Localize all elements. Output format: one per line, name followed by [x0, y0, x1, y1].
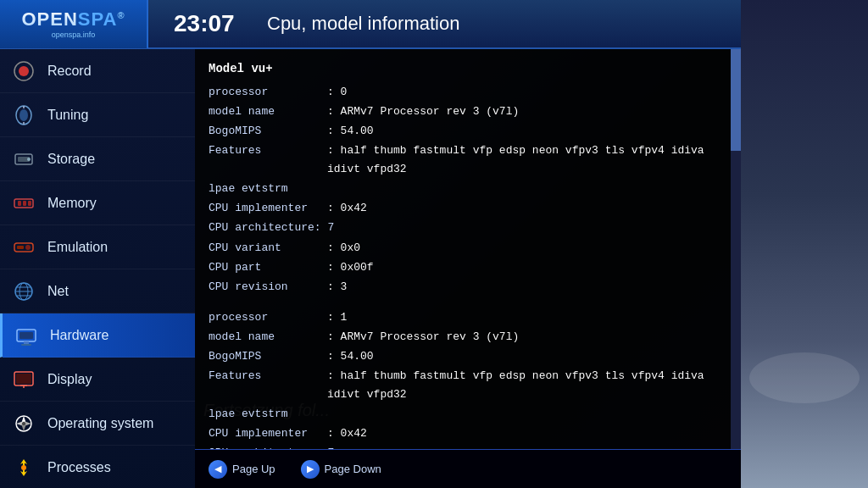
svg-rect-12 — [28, 201, 31, 206]
cpu-row-arch1: CPU architecture: 7 — [209, 444, 727, 449]
page-down-icon: ▶ — [301, 460, 320, 479]
sidebar-label-os: Operating system — [47, 416, 153, 431]
sidebar-item-tuning[interactable]: Tuning — [0, 93, 195, 137]
svg-point-34 — [21, 465, 26, 470]
hardware-icon — [13, 322, 40, 349]
svg-point-1 — [19, 66, 29, 76]
header-time: 23:07 — [174, 10, 242, 37]
net-icon — [10, 278, 37, 305]
svg-rect-22 — [19, 332, 33, 339]
scrollbar-thumb[interactable] — [731, 49, 741, 151]
page-up-icon: ◀ — [209, 460, 227, 479]
footer-nav: ◀ Page Up ▶ Page Down — [195, 449, 741, 488]
svg-rect-14 — [17, 246, 24, 249]
memory-icon — [10, 190, 37, 217]
tuning-icon — [10, 102, 37, 129]
sidebar-item-memory[interactable]: Memory — [0, 181, 195, 225]
page-up-label: Page Up — [232, 463, 275, 475]
sidebar-item-operating-system[interactable]: Operating system — [0, 402, 195, 446]
sidebar-label-emulation: Emulation — [47, 240, 108, 255]
svg-rect-26 — [16, 374, 31, 384]
content-scroll: Model vu+ processor : 0 model name : ARM… — [195, 49, 741, 449]
storage-icon — [10, 146, 37, 173]
svg-point-15 — [25, 245, 31, 250]
cpu-info: Model vu+ processor : 0 model name : ARM… — [209, 59, 727, 449]
svg-rect-11 — [23, 201, 26, 206]
record-icon — [10, 58, 37, 85]
page-down-button[interactable]: ▶ Page Down — [301, 460, 381, 479]
cpu-row-lpae1: lpae evtstrm — [209, 405, 727, 424]
svg-rect-10 — [18, 201, 21, 206]
svg-point-3 — [19, 109, 28, 121]
logo-text: OPENSPA® — [21, 8, 125, 30]
cpu-row-bogomips1: BogoMIPS : 54.00 — [209, 347, 727, 366]
sidebar-label-memory: Memory — [47, 196, 97, 211]
cpu-row-modelname1: model name : ARMv7 Processor rev 3 (v7l) — [209, 328, 727, 347]
logo: OPENSPA® openspa.info — [0, 0, 148, 48]
sidebar-label-storage: Storage — [47, 152, 95, 167]
header: OPENSPA® openspa.info 23:07 Cpu, model i… — [0, 0, 741, 49]
sidebar-item-emulation[interactable]: Emulation — [0, 225, 195, 269]
sidebar: Record Tuning Storage Memory Emulation N… — [0, 49, 195, 488]
cpu-row-variant0: CPU variant : 0x0 — [209, 239, 727, 258]
sidebar-item-record[interactable]: Record — [0, 49, 195, 93]
svg-rect-24 — [21, 344, 31, 346]
cpu-row-part0: CPU part : 0x00f — [209, 258, 727, 277]
cpu-row-processor1: processor : 1 — [209, 308, 727, 327]
emulation-icon — [10, 234, 37, 261]
cpu-row-revision0: CPU revision : 3 — [209, 278, 727, 297]
cpu-row-arch0: CPU architecture: 7 — [209, 219, 727, 237]
cpu-row-features1: Features : half thumb fastmult vfp edsp … — [209, 367, 727, 404]
sidebar-label-net: Net — [47, 284, 69, 299]
sidebar-item-net[interactable]: Net — [0, 269, 195, 313]
cpu-row-implementer0: CPU implementer : 0x42 — [209, 199, 727, 218]
cpu-section-title: Model vu+ — [209, 59, 727, 80]
header-title: Cpu, model information — [267, 13, 459, 35]
sidebar-label-record: Record — [47, 64, 92, 79]
sidebar-item-hardware[interactable]: Hardware — [0, 313, 195, 358]
display-icon — [10, 366, 37, 393]
svg-point-30 — [22, 422, 25, 425]
cpu-row-modelname0: model name : ARMv7 Processor rev 3 (v7l) — [209, 103, 727, 121]
os-icon — [10, 410, 37, 437]
svg-rect-23 — [24, 341, 29, 344]
page-up-button[interactable]: ◀ Page Up — [209, 460, 275, 479]
sidebar-label-processes: Processes — [47, 460, 111, 475]
cpu-row-lpae0: lpae evtstrm — [209, 180, 727, 198]
scrollbar-track — [731, 49, 741, 449]
cpu-row-bogomips0: BogoMIPS : 54.00 — [209, 122, 727, 141]
sidebar-item-display[interactable]: Display — [0, 358, 195, 402]
processes-icon — [10, 454, 37, 481]
cpu-row-implementer1: CPU implementer : 0x42 — [209, 424, 727, 443]
tv-preview — [741, 0, 868, 488]
cpu-row-features0: Features : half thumb fastmult vfp edsp … — [209, 141, 727, 179]
sidebar-label-tuning: Tuning — [47, 108, 88, 123]
main-content: Model vu+ processor : 0 model name : ARM… — [195, 49, 741, 488]
sidebar-item-storage[interactable]: Storage — [0, 137, 195, 181]
sidebar-label-hardware: Hardware — [50, 328, 108, 343]
sidebar-item-processes[interactable]: Processes — [0, 446, 195, 488]
sidebar-label-display: Display — [47, 372, 92, 387]
page-down-label: Page Down — [325, 463, 381, 475]
svg-point-8 — [27, 158, 31, 161]
logo-url: openspa.info — [52, 30, 96, 39]
cpu-row-processor0: processor : 0 — [209, 83, 727, 102]
